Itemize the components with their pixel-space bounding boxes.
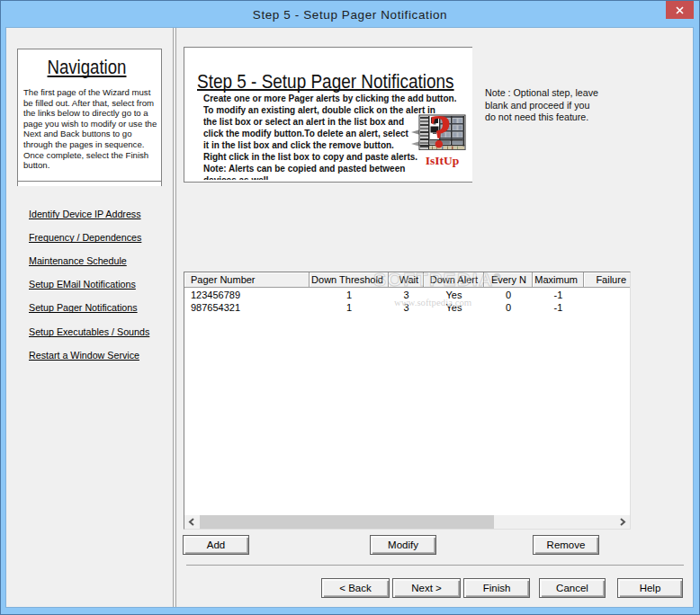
svg-text:IsItUp: IsItUp xyxy=(426,154,460,167)
svg-text:?: ? xyxy=(429,111,453,157)
